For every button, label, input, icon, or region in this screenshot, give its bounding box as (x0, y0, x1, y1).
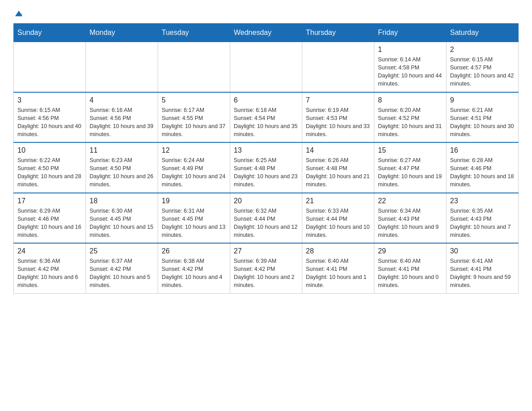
calendar-cell (86, 42, 158, 92)
calendar-cell: 9Sunrise: 6:21 AMSunset: 4:51 PMDaylight… (446, 92, 519, 143)
day-number: 18 (90, 197, 154, 205)
day-info: Sunrise: 6:19 AMSunset: 4:53 PMDaylight:… (306, 106, 370, 139)
day-info: Sunrise: 6:25 AMSunset: 4:48 PMDaylight:… (234, 156, 298, 189)
day-info: Sunrise: 6:22 AMSunset: 4:50 PMDaylight:… (17, 156, 82, 189)
calendar-cell: 28Sunrise: 6:40 AMSunset: 4:41 PMDayligh… (302, 243, 374, 293)
calendar-cell: 15Sunrise: 6:27 AMSunset: 4:47 PMDayligh… (374, 142, 446, 193)
day-number: 6 (234, 96, 298, 104)
day-info: Sunrise: 6:32 AMSunset: 4:44 PMDaylight:… (234, 207, 298, 240)
day-info: Sunrise: 6:16 AMSunset: 4:56 PMDaylight:… (90, 106, 154, 139)
weekday-header-saturday: Saturday (446, 24, 519, 42)
day-number: 4 (90, 96, 154, 104)
day-number: 22 (378, 197, 442, 205)
day-number: 28 (306, 247, 370, 255)
day-number: 1 (378, 46, 442, 54)
day-number: 21 (306, 197, 370, 205)
calendar-cell: 25Sunrise: 6:37 AMSunset: 4:42 PMDayligh… (86, 243, 158, 293)
day-info: Sunrise: 6:36 AMSunset: 4:42 PMDaylight:… (17, 257, 82, 290)
svg-marker-0 (15, 11, 22, 17)
day-number: 20 (234, 197, 298, 205)
calendar-cell (302, 42, 374, 92)
calendar-cell: 17Sunrise: 6:29 AMSunset: 4:46 PMDayligh… (14, 193, 86, 244)
calendar-cell: 2Sunrise: 6:15 AMSunset: 4:57 PMDaylight… (446, 42, 519, 92)
weekday-header-sunday: Sunday (14, 24, 86, 42)
calendar-cell: 1Sunrise: 6:14 AMSunset: 4:58 PMDaylight… (374, 42, 446, 92)
calendar-cell: 19Sunrise: 6:31 AMSunset: 4:45 PMDayligh… (158, 193, 230, 244)
logo (13, 9, 23, 16)
calendar-cell: 22Sunrise: 6:34 AMSunset: 4:43 PMDayligh… (374, 193, 446, 244)
day-info: Sunrise: 6:31 AMSunset: 4:45 PMDaylight:… (162, 207, 226, 240)
logo-icon (14, 9, 23, 18)
weekday-header-monday: Monday (86, 24, 158, 42)
day-info: Sunrise: 6:39 AMSunset: 4:42 PMDaylight:… (234, 257, 298, 290)
day-number: 7 (306, 96, 370, 104)
day-info: Sunrise: 6:17 AMSunset: 4:55 PMDaylight:… (162, 106, 226, 139)
weekday-header-thursday: Thursday (302, 24, 374, 42)
day-number: 13 (234, 146, 298, 154)
day-info: Sunrise: 6:41 AMSunset: 4:41 PMDaylight:… (450, 257, 515, 290)
day-info: Sunrise: 6:35 AMSunset: 4:43 PMDaylight:… (450, 207, 515, 240)
day-number: 10 (17, 146, 82, 154)
calendar-cell: 3Sunrise: 6:15 AMSunset: 4:56 PMDaylight… (14, 92, 86, 143)
weekday-header-row: SundayMondayTuesdayWednesdayThursdayFrid… (14, 24, 519, 42)
calendar-cell: 11Sunrise: 6:23 AMSunset: 4:50 PMDayligh… (86, 142, 158, 193)
weekday-header-wednesday: Wednesday (230, 24, 302, 42)
calendar-cell: 4Sunrise: 6:16 AMSunset: 4:56 PMDaylight… (86, 92, 158, 143)
day-info: Sunrise: 6:30 AMSunset: 4:45 PMDaylight:… (90, 207, 154, 240)
day-number: 8 (378, 96, 442, 104)
calendar-cell: 13Sunrise: 6:25 AMSunset: 4:48 PMDayligh… (230, 142, 302, 193)
day-info: Sunrise: 6:26 AMSunset: 4:48 PMDaylight:… (306, 156, 370, 189)
calendar-week-row-2: 3Sunrise: 6:15 AMSunset: 4:56 PMDaylight… (14, 92, 519, 143)
day-info: Sunrise: 6:15 AMSunset: 4:56 PMDaylight:… (17, 106, 82, 139)
day-number: 9 (450, 96, 515, 104)
day-info: Sunrise: 6:28 AMSunset: 4:46 PMDaylight:… (450, 156, 515, 189)
calendar-cell (158, 42, 230, 92)
day-info: Sunrise: 6:27 AMSunset: 4:47 PMDaylight:… (378, 156, 442, 189)
weekday-header-friday: Friday (374, 24, 446, 42)
day-info: Sunrise: 6:23 AMSunset: 4:50 PMDaylight:… (90, 156, 154, 189)
day-number: 12 (162, 146, 226, 154)
day-info: Sunrise: 6:21 AMSunset: 4:51 PMDaylight:… (450, 106, 515, 139)
calendar-cell (14, 42, 86, 92)
day-number: 2 (450, 46, 515, 54)
calendar-week-row-5: 24Sunrise: 6:36 AMSunset: 4:42 PMDayligh… (14, 243, 519, 293)
calendar-cell: 30Sunrise: 6:41 AMSunset: 4:41 PMDayligh… (446, 243, 519, 293)
calendar-cell: 14Sunrise: 6:26 AMSunset: 4:48 PMDayligh… (302, 142, 374, 193)
calendar-cell: 16Sunrise: 6:28 AMSunset: 4:46 PMDayligh… (446, 142, 519, 193)
day-info: Sunrise: 6:37 AMSunset: 4:42 PMDaylight:… (90, 257, 154, 290)
calendar-cell: 21Sunrise: 6:33 AMSunset: 4:44 PMDayligh… (302, 193, 374, 244)
calendar-cell: 18Sunrise: 6:30 AMSunset: 4:45 PMDayligh… (86, 193, 158, 244)
calendar-cell: 7Sunrise: 6:19 AMSunset: 4:53 PMDaylight… (302, 92, 374, 143)
day-number: 3 (17, 96, 82, 104)
calendar-cell: 5Sunrise: 6:17 AMSunset: 4:55 PMDaylight… (158, 92, 230, 143)
day-info: Sunrise: 6:15 AMSunset: 4:57 PMDaylight:… (450, 56, 515, 88)
calendar-cell: 10Sunrise: 6:22 AMSunset: 4:50 PMDayligh… (14, 142, 86, 193)
day-number: 29 (378, 247, 442, 255)
day-number: 24 (17, 247, 82, 255)
day-number: 26 (162, 247, 226, 255)
day-info: Sunrise: 6:14 AMSunset: 4:58 PMDaylight:… (378, 56, 442, 88)
day-info: Sunrise: 6:34 AMSunset: 4:43 PMDaylight:… (378, 207, 442, 240)
day-number: 5 (162, 96, 226, 104)
day-info: Sunrise: 6:20 AMSunset: 4:52 PMDaylight:… (378, 106, 442, 139)
day-info: Sunrise: 6:33 AMSunset: 4:44 PMDaylight:… (306, 207, 370, 240)
calendar-table: SundayMondayTuesdayWednesdayThursdayFrid… (13, 23, 519, 294)
calendar-week-row-1: 1Sunrise: 6:14 AMSunset: 4:58 PMDaylight… (14, 42, 519, 92)
day-info: Sunrise: 6:40 AMSunset: 4:41 PMDaylight:… (306, 257, 370, 290)
day-number: 17 (17, 197, 82, 205)
day-number: 19 (162, 197, 226, 205)
day-number: 14 (306, 146, 370, 154)
calendar-week-row-3: 10Sunrise: 6:22 AMSunset: 4:50 PMDayligh… (14, 142, 519, 193)
calendar-cell (230, 42, 302, 92)
calendar-cell: 6Sunrise: 6:18 AMSunset: 4:54 PMDaylight… (230, 92, 302, 143)
calendar-cell: 23Sunrise: 6:35 AMSunset: 4:43 PMDayligh… (446, 193, 519, 244)
calendar-cell: 24Sunrise: 6:36 AMSunset: 4:42 PMDayligh… (14, 243, 86, 293)
day-info: Sunrise: 6:40 AMSunset: 4:41 PMDaylight:… (378, 257, 442, 290)
day-info: Sunrise: 6:24 AMSunset: 4:49 PMDaylight:… (162, 156, 226, 189)
calendar-week-row-4: 17Sunrise: 6:29 AMSunset: 4:46 PMDayligh… (14, 193, 519, 244)
day-number: 23 (450, 197, 515, 205)
calendar-cell: 12Sunrise: 6:24 AMSunset: 4:49 PMDayligh… (158, 142, 230, 193)
day-number: 25 (90, 247, 154, 255)
day-number: 15 (378, 146, 442, 154)
calendar-cell: 20Sunrise: 6:32 AMSunset: 4:44 PMDayligh… (230, 193, 302, 244)
